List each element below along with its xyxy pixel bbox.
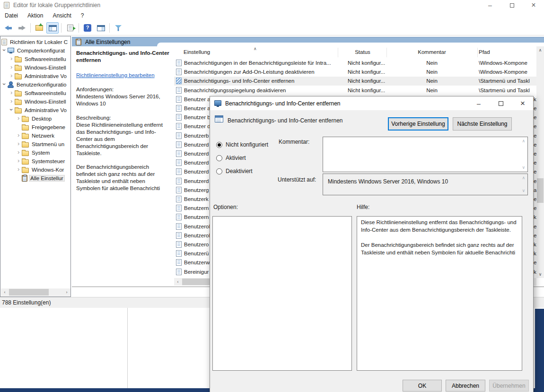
detail-pane: Benachrichtigungs- und Info-Center entfe…: [72, 46, 174, 287]
radio-unchecked-icon[interactable]: [216, 168, 222, 174]
expander-closed-icon[interactable]: [16, 158, 22, 165]
radio-option[interactable]: Aktiviert: [216, 153, 246, 163]
tree-item[interactable]: Benutzerkonfiguratio: [0, 80, 71, 89]
radio-checked-icon[interactable]: [216, 142, 222, 148]
cancel-button[interactable]: Abbrechen: [446, 380, 485, 392]
tree-item[interactable]: Computerkonfigurat: [0, 46, 71, 55]
scrollbar-thumb[interactable]: [9, 289, 49, 296]
expander-open-icon[interactable]: [1, 47, 8, 54]
scroll-left-arrow-icon[interactable]: [1, 288, 9, 296]
expander-closed-icon[interactable]: [16, 115, 22, 122]
radio-option[interactable]: Nicht konfiguriert: [216, 140, 268, 149]
tree-item-label: Desktop: [31, 116, 53, 122]
scroll-up-arrow-icon[interactable]: [522, 139, 525, 143]
dialog-minimize-button[interactable]: [471, 96, 486, 110]
expander-closed-icon[interactable]: [16, 132, 22, 139]
tree-item[interactable]: Startmenü un: [0, 140, 71, 148]
radio-option[interactable]: Deaktiviert: [216, 166, 253, 176]
ok-button[interactable]: OK: [403, 380, 442, 392]
policy-icon: [176, 96, 182, 103]
list-row[interactable]: Benachrichtigungen zur Add-On-Leistung d…: [174, 68, 536, 77]
expander-closed-icon[interactable]: [16, 141, 22, 148]
help-button[interactable]: [81, 22, 94, 34]
expander-closed-icon[interactable]: [9, 56, 15, 62]
tree-horizontal-scrollbar[interactable]: [1, 288, 70, 296]
menu-item-1[interactable]: Aktion: [23, 11, 48, 20]
column-header-pfad[interactable]: Pfad: [479, 49, 490, 55]
expander-open-icon[interactable]: [1, 81, 8, 88]
filter-button[interactable]: [112, 22, 124, 34]
tree-item[interactable]: Freigegebene: [0, 123, 71, 131]
next-setting-button[interactable]: Nächste Einstellung: [453, 117, 512, 131]
scrollbar-thumb[interactable]: [537, 178, 544, 203]
policy-icon: [176, 132, 182, 139]
list-row[interactable]: Benachrichtigungsspiegelung deaktivieren…: [174, 86, 536, 95]
tree-item[interactable]: Desktop: [0, 114, 71, 123]
help-label: Hilfe:: [357, 204, 369, 210]
export-list-button[interactable]: [64, 22, 76, 34]
scroll-up-arrow-icon[interactable]: [536, 46, 544, 54]
menu-item-2[interactable]: Ansicht: [48, 11, 76, 20]
tree-item[interactable]: Administrative Vo: [0, 106, 71, 114]
dialog-close-button[interactable]: [515, 96, 530, 110]
folder-icon: [15, 57, 22, 62]
edit-policy-link[interactable]: Richtlinieneinstellung bearbeiten: [76, 72, 155, 79]
description-paragraph: Der Benachrichtigungsbereich befindet si…: [76, 164, 170, 192]
expander-closed-icon[interactable]: [9, 64, 15, 71]
show-action-pane-button[interactable]: [95, 22, 107, 34]
maximize-button[interactable]: [505, 0, 518, 10]
dialog-maximize-button[interactable]: [493, 96, 509, 110]
folder-icon: [15, 74, 22, 79]
expander-open-icon[interactable]: [9, 107, 15, 113]
list-vertical-scrollbar[interactable]: [536, 46, 544, 278]
close-button[interactable]: [527, 0, 540, 10]
menu-item-0[interactable]: Datei: [0, 11, 23, 20]
tree-item[interactable]: Richtlinien für Lokaler C: [0, 38, 71, 46]
tree-item[interactable]: System: [0, 148, 71, 157]
list-row[interactable]: Benachrichtigungen in der Benachrichtigu…: [174, 59, 536, 68]
radio-unchecked-icon[interactable]: [216, 155, 222, 161]
expander-closed-icon[interactable]: [9, 73, 15, 79]
expander-closed-icon[interactable]: [9, 98, 15, 105]
show-console-tree-icon: [49, 25, 57, 31]
description-paragraph: Diese Richtlinieneinstellung entfernt da…: [76, 122, 170, 157]
tree-item[interactable]: Windows-Kor: [0, 166, 71, 174]
comment-textarea[interactable]: [323, 137, 528, 172]
expander-closed-icon[interactable]: [16, 166, 22, 173]
policy-icon: [176, 187, 182, 193]
scroll-down-arrow-icon[interactable]: [536, 270, 544, 278]
forward-arrow-button[interactable]: [16, 22, 28, 34]
minimize-button[interactable]: [483, 0, 497, 10]
tree-item[interactable]: Windows-Einstell: [0, 63, 71, 72]
scroll-right-arrow-icon[interactable]: [63, 288, 70, 296]
tab-label: Standard: [105, 287, 110, 296]
column-separator[interactable]: [477, 48, 478, 57]
tree-item[interactable]: Netzwerk: [0, 131, 71, 140]
show-console-tree-button[interactable]: [46, 22, 59, 34]
options-label: Optionen:: [213, 204, 238, 210]
tree-item[interactable]: Alle Einstellur: [0, 174, 71, 183]
apply-button[interactable]: Übernehmen: [489, 380, 529, 392]
supported-on-value: Mindestens Windows Server 2016, Windows …: [328, 178, 448, 185]
folder-icon: [22, 168, 29, 173]
previous-setting-button[interactable]: Vorherige Einstellung: [388, 117, 448, 131]
scroll-up-arrow-icon[interactable]: [522, 176, 525, 180]
tree-item[interactable]: Softwareeinstellu: [0, 89, 71, 97]
folder-icon: [22, 125, 29, 131]
up-one-level-button[interactable]: [33, 22, 45, 34]
scroll-left-arrow-icon[interactable]: [174, 278, 182, 286]
column-header-einstellung[interactable]: Einstellung: [184, 49, 210, 55]
tree-item[interactable]: Systemsteuer: [0, 157, 71, 166]
menu-item-3[interactable]: ?: [76, 11, 89, 20]
expander-closed-icon[interactable]: [16, 149, 22, 156]
tree-item[interactable]: Administrative Vo: [0, 72, 71, 80]
scroll-down-arrow-icon[interactable]: [522, 166, 525, 170]
back-arrow-button[interactable]: [2, 22, 15, 34]
tree-item[interactable]: Softwareeinstellu: [0, 55, 71, 63]
scroll-down-arrow-icon[interactable]: [522, 189, 525, 193]
tree-item[interactable]: Windows-Einstell: [0, 97, 71, 106]
column-header-status[interactable]: Status: [338, 49, 387, 55]
expander-closed-icon[interactable]: [9, 90, 15, 96]
list-row[interactable]: Benachrichtigungs- und Info-Center entfe…: [174, 77, 536, 86]
column-header-kommentar[interactable]: Kommentar: [387, 49, 477, 55]
